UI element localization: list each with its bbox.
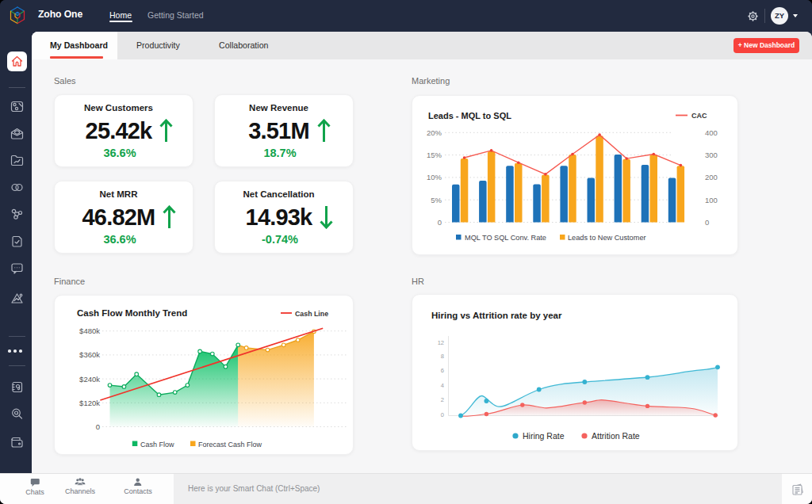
svg-text:$240k: $240k — [79, 375, 100, 384]
svg-text:0: 0 — [438, 218, 442, 227]
svg-text:Hiring Rate: Hiring Rate — [523, 431, 565, 441]
svg-text:CAC: CAC — [691, 112, 707, 120]
svg-text:0: 0 — [705, 218, 709, 227]
svg-text:15%: 15% — [427, 151, 442, 159]
svg-text:Forecast Cash Flow: Forecast Cash Flow — [198, 441, 262, 449]
svg-text:5%: 5% — [431, 196, 442, 204]
svg-text:Leads to New Customer: Leads to New Customer — [568, 234, 646, 242]
svg-text:200: 200 — [705, 173, 718, 181]
svg-text:6: 6 — [441, 367, 444, 374]
svg-text:300: 300 — [705, 151, 718, 159]
svg-text:0: 0 — [441, 411, 444, 418]
svg-text:Attrition Rate: Attrition Rate — [592, 431, 640, 441]
svg-text:12: 12 — [438, 339, 444, 346]
svg-text:0: 0 — [96, 422, 100, 431]
svg-text:$120k: $120k — [79, 399, 100, 407]
svg-text:Hiring vs Attrition rate by ye: Hiring vs Attrition rate by year — [431, 311, 562, 320]
svg-text:100: 100 — [705, 196, 718, 204]
svg-text:MQL TO SQL Conv. Rate: MQL TO SQL Conv. Rate — [465, 234, 546, 242]
svg-text:8: 8 — [441, 353, 444, 360]
svg-text:$480k: $480k — [79, 326, 100, 335]
svg-text:Cash Line: Cash Line — [295, 310, 328, 318]
svg-text:10%: 10% — [427, 173, 442, 181]
svg-text:2: 2 — [441, 396, 444, 403]
svg-text:Leads - MQL to SQL: Leads - MQL to SQL — [428, 111, 511, 120]
svg-text:Cash Flow: Cash Flow — [140, 441, 174, 449]
svg-text:Cash Flow Monthly Trend: Cash Flow Monthly Trend — [77, 308, 187, 318]
svg-text:20%: 20% — [427, 128, 442, 137]
svg-text:4: 4 — [441, 382, 444, 389]
svg-text:400: 400 — [705, 128, 718, 137]
svg-text:$360k: $360k — [79, 350, 100, 359]
